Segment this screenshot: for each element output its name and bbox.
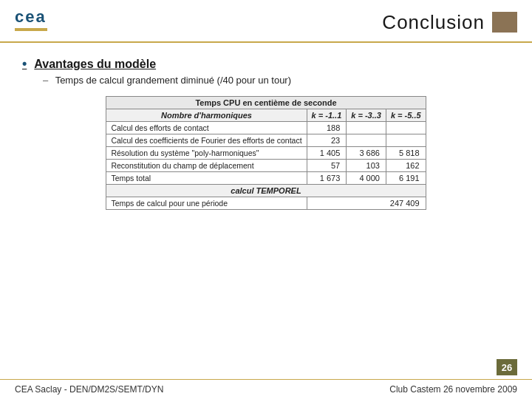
table-row: Résolution du système "poly-harmoniques"… — [106, 147, 426, 160]
page-footer: CEA Saclay - DEN/DM2S/SEMT/DYN Club Cast… — [0, 379, 532, 399]
row-label-2: Résolution du système "poly-harmoniques" — [106, 147, 307, 160]
row-v3-4: 6 191 — [386, 172, 426, 185]
row-label-3: Reconstitution du champ de déplacement — [106, 160, 307, 172]
logo-area: cea — [15, 7, 59, 37]
cpu-table: Temps CPU en centième de seconde Nombre … — [106, 96, 426, 210]
col-k1: k = -1..1 — [307, 109, 347, 122]
row-v2-0 — [347, 122, 386, 134]
row-v1-0: 188 — [307, 122, 347, 134]
frequentiel-header-row: Nombre d'harmoniques k = -1..1 k = -3..3… — [106, 109, 426, 122]
page-number: 26 — [502, 362, 512, 373]
row-label-4: Temps total — [106, 172, 307, 185]
row-v2-2: 3 686 — [347, 147, 386, 160]
footer-left: CEA Saclay - DEN/DM2S/SEMT/DYN — [15, 384, 163, 395]
table-row: Calcul des coefficients de Fourier des e… — [106, 134, 426, 147]
row-v3-1 — [386, 134, 426, 147]
table-row: Temps de calcul pour une période 247 409 — [106, 197, 426, 210]
footer-dept: DEN/DM2S/SEMT/DYN — [69, 384, 163, 395]
title-area: Conclusion — [382, 11, 517, 34]
row-v2-3: 103 — [347, 160, 386, 172]
footer-right: Club Castem 26 novembre 2009 — [389, 384, 517, 395]
title-color-block — [492, 12, 517, 33]
section-title: • Avantages du modèle — [22, 56, 510, 72]
page-number-box: 26 — [497, 359, 517, 375]
col-k3: k = -3..3 — [347, 109, 386, 122]
logo-text: cea — [15, 7, 59, 27]
row-v1-1: 23 — [307, 134, 347, 147]
temporel-row-label: Temps de calcul pour une période — [106, 197, 307, 210]
table-row: Temps total 1 673 4 000 6 191 — [106, 172, 426, 185]
row-v2-4: 4 000 — [347, 172, 386, 185]
footer-cea: CEA Saclay — [15, 384, 61, 395]
row-label-0: Calcul des efforts de contact — [106, 122, 307, 134]
page-title: Conclusion — [382, 11, 485, 34]
main-content: • Avantages du modèle – Temps de calcul … — [0, 43, 532, 228]
table-container: Temps CPU en centième de seconde Nombre … — [22, 96, 510, 210]
row-v1-4: 1 673 — [307, 172, 347, 185]
temporel-header-row: calcul TEMPOREL — [106, 185, 426, 197]
row-v3-2: 5 818 — [386, 147, 426, 160]
dash-char: – — [43, 75, 48, 86]
bullet-point: • — [22, 56, 27, 72]
temporel-header: calcul TEMPOREL — [106, 185, 426, 197]
avantages-title: Avantages du modèle — [34, 58, 156, 71]
table-row: Reconstitution du champ de déplacement 5… — [106, 160, 426, 172]
row-v3-0 — [386, 122, 426, 134]
temporel-row-value: 247 409 — [307, 197, 426, 210]
row-v1-3: 57 — [307, 160, 347, 172]
table-main-header-row: Temps CPU en centième de seconde — [106, 97, 426, 109]
row-label-1: Calcul des coefficients de Fourier des e… — [106, 134, 307, 147]
page-header: cea Conclusion — [0, 0, 532, 43]
row-v1-2: 1 405 — [307, 147, 347, 160]
row-v3-3: 162 — [386, 160, 426, 172]
subtitle-item: – Temps de calcul grandement diminué (/4… — [43, 75, 510, 86]
logo-bar-decoration — [15, 28, 47, 31]
cea-logo: cea — [15, 7, 59, 37]
subtitle-text: Temps de calcul grandement diminué (/40 … — [55, 75, 291, 86]
row-v2-1 — [347, 134, 386, 147]
col-harmoniques: Nombre d'harmoniques — [106, 109, 307, 122]
col-k5: k = -5..5 — [386, 109, 426, 122]
footer-separator: - — [64, 384, 67, 395]
table-main-header: Temps CPU en centième de seconde — [106, 97, 426, 109]
table-row: Calcul des efforts de contact 188 — [106, 122, 426, 134]
